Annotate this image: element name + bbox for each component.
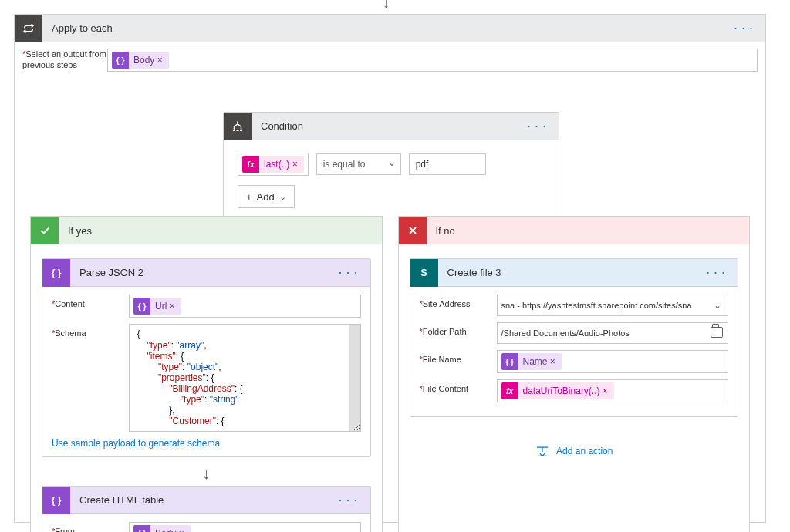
if-yes-label: If yes — [68, 225, 92, 237]
previous-output-label: *Select an output from previous steps — [22, 49, 107, 70]
folder-path-input[interactable]: /Shared Documents/Audio-Photos — [497, 322, 729, 344]
condition-header[interactable]: Condition · · · — [224, 113, 559, 140]
condition-left-input[interactable]: fx last(..) × — [238, 153, 309, 176]
file-name-label: *File Name — [420, 350, 497, 364]
loop-icon — [15, 15, 42, 42]
expression-token[interactable]: fx last(..) × — [242, 156, 304, 173]
add-action-button[interactable]: Add an action — [535, 445, 613, 457]
add-step-icon — [535, 445, 550, 457]
create-file-title: Create file 3 — [447, 267, 694, 278]
chevron-down-icon: ⌄ — [279, 192, 286, 202]
flow-arrow-icon: ↓ — [383, 0, 390, 12]
dynamic-content-icon: { } — [133, 298, 150, 315]
check-icon — [31, 217, 59, 244]
chevron-down-icon: ⌄ — [714, 300, 721, 311]
folder-picker-icon[interactable] — [711, 327, 723, 338]
body-token[interactable]: { } Body × — [112, 52, 169, 69]
create-file-menu-button[interactable]: · · · — [694, 271, 738, 274]
dynamic-content-icon: { } — [501, 353, 518, 370]
if-no-label: If no — [436, 225, 455, 237]
apply-to-each-card: Apply to each · · · *Select an output fr… — [14, 14, 766, 523]
if-yes-header[interactable]: If yes — [31, 217, 382, 244]
name-token[interactable]: { } Name × — [501, 353, 562, 370]
plus-icon: + — [246, 191, 252, 203]
create-file-card: S Create file 3 · · · *Site Address sna … — [410, 258, 739, 417]
create-html-table-menu-button[interactable]: · · · — [326, 498, 370, 502]
content-input[interactable]: { } Url × — [129, 295, 361, 318]
apply-to-each-header[interactable]: Apply to each · · · — [15, 15, 765, 42]
data-operations-icon: { } — [42, 487, 70, 514]
condition-operator-dropdown[interactable]: is equal to — [316, 153, 401, 175]
data-operations-icon: { } — [42, 259, 70, 287]
previous-output-input[interactable]: { } Body × — [107, 49, 758, 72]
schema-textarea[interactable]: { "type": "array", "items": { "type": "o… — [129, 324, 361, 432]
condition-menu-button[interactable]: · · · — [515, 124, 559, 128]
parse-json-title: Parse JSON 2 — [79, 267, 326, 278]
apply-to-each-title: Apply to each — [52, 22, 721, 34]
folder-path-label: *Folder Path — [420, 322, 497, 336]
add-condition-button[interactable]: + Add ⌄ — [238, 185, 295, 208]
expression-token[interactable]: fx dataUriToBinary(..) × — [501, 382, 614, 399]
if-yes-branch: If yes { } Parse JSON 2 · · · — [30, 216, 383, 532]
if-no-branch: If no S Create file 3 · · · *Site Ad — [398, 216, 751, 532]
create-html-table-title: Create HTML table — [79, 494, 326, 506]
from-label: *From — [52, 522, 129, 532]
content-label: *Content — [52, 295, 129, 308]
create-html-table-card: { } Create HTML table · · · *From — [42, 486, 371, 532]
create-file-header[interactable]: S Create file 3 · · · — [410, 259, 738, 287]
dynamic-content-icon: { } — [133, 525, 150, 532]
apply-to-each-menu-button[interactable]: · · · — [721, 26, 765, 30]
file-content-label: *File Content — [420, 379, 497, 393]
flow-arrow-icon: ↓ — [202, 465, 210, 483]
site-address-dropdown[interactable]: sna - https://yashtestmsft.sharepoint.co… — [497, 295, 729, 316]
schema-label: *Schema — [52, 324, 129, 338]
parse-json-menu-button[interactable]: · · · — [326, 271, 370, 274]
fx-icon: fx — [242, 156, 259, 173]
dynamic-content-icon: { } — [112, 52, 129, 69]
condition-value-input[interactable]: pdf — [409, 153, 486, 175]
body-token[interactable]: { } Body × — [133, 525, 191, 532]
url-token[interactable]: { } Url × — [133, 298, 181, 315]
if-no-header[interactable]: If no — [399, 217, 750, 244]
sharepoint-icon: S — [410, 259, 438, 287]
condition-title: Condition — [261, 120, 515, 132]
condition-icon — [224, 113, 252, 140]
file-name-input[interactable]: { } Name × — [497, 350, 729, 373]
create-html-table-header[interactable]: { } Create HTML table · · · — [42, 487, 370, 514]
site-address-label: *Site Address — [420, 295, 497, 308]
fx-icon: fx — [501, 382, 518, 399]
close-icon — [399, 217, 427, 244]
parse-json-header[interactable]: { } Parse JSON 2 · · · — [42, 259, 370, 287]
from-input[interactable]: { } Body × — [129, 522, 361, 532]
condition-card: Condition · · · fx last(..) × is equal t… — [223, 112, 559, 221]
parse-json-card: { } Parse JSON 2 · · · *Content — [42, 258, 371, 457]
file-content-input[interactable]: fx dataUriToBinary(..) × — [497, 379, 729, 402]
generate-schema-link[interactable]: Use sample payload to generate schema — [52, 438, 361, 449]
